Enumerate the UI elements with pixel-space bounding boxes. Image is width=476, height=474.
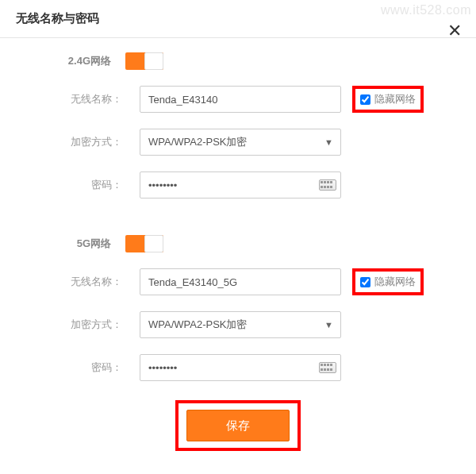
save-highlight: 保存: [175, 400, 301, 451]
label-5g-name: 无线名称：: [22, 275, 140, 289]
input-5g-ssid[interactable]: [140, 268, 341, 295]
label-24g-name: 无线名称：: [22, 92, 140, 106]
checkbox-24g-hide[interactable]: [360, 94, 370, 105]
section-5g-header: 5G网络: [22, 235, 454, 252]
select-5g-wrap: ▼: [140, 311, 341, 338]
select-24g-wrap: ▼: [140, 129, 341, 156]
row-24g-password: 密码：: [22, 171, 454, 198]
row-24g-name: 无线名称： 隐藏网络: [22, 86, 454, 113]
label-24g-hide: 隐藏网络: [374, 92, 416, 106]
toggle-24g[interactable]: [125, 52, 163, 70]
select-5g-encrypt[interactable]: [140, 311, 341, 338]
password-24g-wrap: [140, 171, 341, 198]
input-24g-ssid[interactable]: [140, 86, 341, 113]
save-row: 保存: [22, 400, 454, 451]
toggle-5g[interactable]: [125, 235, 163, 252]
dialog-content: 2.4G网络 无线名称： 隐藏网络 加密方式： ▼ 密码： 5G网络: [0, 38, 476, 459]
keyboard-icon[interactable]: [319, 179, 336, 191]
toggle-knob: [144, 52, 163, 70]
row-5g-password: 密码：: [22, 354, 454, 381]
label-5g-hide: 隐藏网络: [374, 275, 416, 289]
dialog-header: 无线名称与密码 www.it528.com ✕: [0, 0, 476, 38]
input-5g-password[interactable]: [140, 354, 341, 381]
row-24g-encrypt: 加密方式： ▼: [22, 129, 454, 156]
row-5g-encrypt: 加密方式： ▼: [22, 311, 454, 338]
hide-24g-wrap: 隐藏网络: [352, 86, 424, 113]
label-24g-password: 密码：: [22, 178, 140, 192]
label-24g-encrypt: 加密方式：: [22, 135, 140, 149]
input-24g-password[interactable]: [140, 171, 341, 198]
section-5g-title: 5G网络: [22, 237, 125, 251]
label-5g-password: 密码：: [22, 360, 140, 375]
section-24g-header: 2.4G网络: [22, 52, 454, 70]
row-5g-name: 无线名称： 隐藏网络: [22, 268, 454, 295]
toggle-knob: [144, 235, 163, 252]
section-24g-title: 2.4G网络: [22, 54, 125, 68]
hide-5g-wrap: 隐藏网络: [352, 268, 424, 295]
save-button[interactable]: 保存: [186, 410, 290, 441]
close-icon[interactable]: ✕: [447, 22, 462, 40]
checkbox-5g-hide[interactable]: [360, 277, 370, 287]
password-5g-wrap: [140, 354, 341, 381]
label-5g-encrypt: 加密方式：: [22, 318, 140, 332]
keyboard-icon[interactable]: [319, 362, 336, 373]
select-24g-encrypt[interactable]: [140, 129, 341, 156]
watermark: www.it528.com: [381, 3, 471, 17]
